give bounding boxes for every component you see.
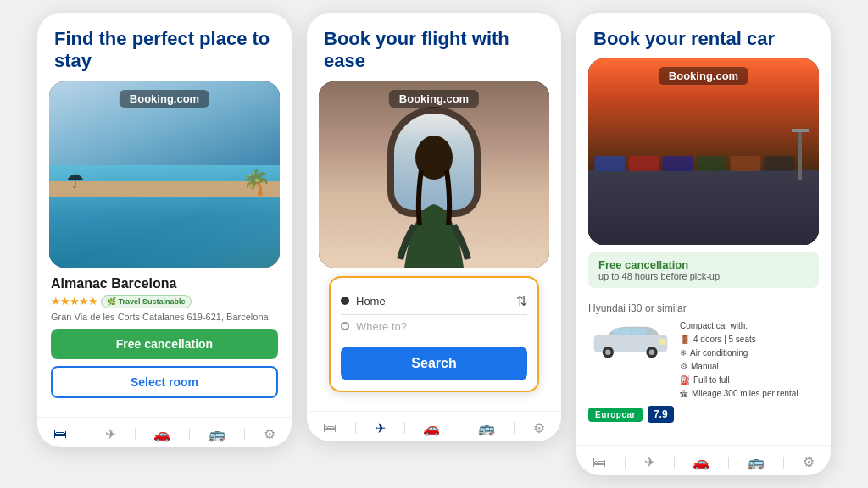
nav-flight-icon-2[interactable]: ✈ bbox=[375, 420, 386, 436]
svg-rect-13 bbox=[632, 329, 647, 336]
from-row: Home ⇅ bbox=[341, 288, 527, 315]
booking-logo-car: Booking.com bbox=[659, 67, 748, 85]
compact-label: Compact car with: bbox=[680, 319, 748, 333]
svg-rect-4 bbox=[696, 156, 726, 171]
nav-settings-icon[interactable]: ⚙ bbox=[264, 426, 275, 442]
car-footer: Europcar 7.9 bbox=[588, 406, 819, 423]
feature-fuel: ⛽ Full to full bbox=[680, 374, 819, 387]
star-rating: ★★★★★ bbox=[51, 295, 97, 308]
nav-flight-icon[interactable]: ✈ bbox=[105, 426, 116, 442]
nav-settings-icon-3[interactable]: ⚙ bbox=[803, 454, 815, 470]
flight-headline: Book your flight with ease bbox=[307, 13, 561, 81]
feature-ac: ❄ Air conditioning bbox=[680, 347, 819, 360]
car-card: Book your rental car Booking.com bbox=[576, 13, 831, 475]
hotel-bottom-nav: 🛏 ✈ 🚗 🚌 ⚙ bbox=[37, 417, 292, 447]
stars-row: ★★★★★ 🌿 Travel Sustainable bbox=[51, 295, 278, 308]
car-details-row: Compact car with: 🚪 4 doors | 5 seats ❄ … bbox=[588, 319, 819, 401]
booking-logo-hotel: Booking.com bbox=[120, 90, 209, 108]
palm-icon: 🌴 bbox=[242, 169, 271, 197]
svg-rect-6 bbox=[764, 156, 794, 171]
fuel-icon: ⛽ bbox=[680, 374, 690, 387]
gear-icon: ⚙ bbox=[680, 360, 687, 374]
hotel-address: Gran Via de les Corts Catalanes 619-621,… bbox=[51, 312, 278, 322]
car-image: Booking.com bbox=[588, 58, 819, 245]
swap-icon[interactable]: ⇅ bbox=[516, 293, 527, 309]
free-cancel-title: Free cancellation bbox=[598, 258, 809, 271]
car-illustration bbox=[588, 319, 673, 365]
feature-manual: ⚙ Manual bbox=[680, 360, 819, 374]
flight-bottom-nav: 🛏 ✈ 🚗 🚌 ⚙ bbox=[307, 411, 561, 441]
hotel-card: Find the perfect place to stay ☂ 🌴 Booki… bbox=[37, 13, 292, 447]
svg-rect-5 bbox=[730, 156, 760, 171]
nav-settings-icon-2[interactable]: ⚙ bbox=[533, 420, 545, 436]
nav-car-icon[interactable]: 🚗 bbox=[153, 426, 170, 442]
ac-icon: ❄ bbox=[680, 347, 687, 360]
umbrella-icon: ☂ bbox=[66, 169, 85, 193]
search-button[interactable]: Search bbox=[341, 347, 527, 380]
nav-flight-icon-3[interactable]: ✈ bbox=[644, 454, 655, 470]
nav-sep-2 bbox=[135, 428, 136, 440]
sustainable-badge: 🌿 Travel Sustainable bbox=[101, 295, 192, 308]
mileage-icon: 🛣 bbox=[680, 387, 688, 401]
from-dot-icon bbox=[341, 297, 349, 305]
hotel-name: Almanac Barcelona bbox=[51, 276, 278, 291]
nav-sep-4 bbox=[244, 428, 245, 440]
doors-icon: 🚪 bbox=[680, 333, 690, 347]
parked-cars bbox=[593, 149, 800, 175]
feature-mileage: 🛣 Mileage 300 miles per rental bbox=[680, 387, 819, 401]
feature-doors: 🚪 4 doors | 5 seats bbox=[680, 333, 819, 347]
svg-rect-14 bbox=[659, 339, 665, 345]
svg-point-11 bbox=[649, 350, 655, 356]
free-cancellation-button[interactable]: Free cancellation bbox=[51, 329, 278, 359]
car-headline: Book your rental car bbox=[576, 13, 831, 58]
flight-card: Book your flight with ease bbox=[307, 13, 561, 441]
hotel-headline: Find the perfect place to stay bbox=[37, 13, 292, 81]
nav-sep-3 bbox=[189, 428, 190, 440]
nav-sep-1 bbox=[86, 428, 86, 440]
select-room-button[interactable]: Select room bbox=[51, 366, 278, 398]
nav-hotel-icon-3[interactable]: 🛏 bbox=[593, 455, 606, 470]
nav-car-icon-3[interactable]: 🚗 bbox=[693, 454, 709, 470]
from-input[interactable]: Home bbox=[356, 295, 509, 308]
flight-search-box: Home ⇅ Where to? Search bbox=[329, 276, 539, 392]
nav-bus-icon-3[interactable]: 🚌 bbox=[748, 454, 765, 470]
car-model: Hyundai i30 or similar bbox=[588, 302, 819, 314]
svg-rect-12 bbox=[613, 329, 631, 336]
feature-compact: Compact car with: bbox=[680, 319, 819, 333]
to-row: Where to? bbox=[341, 315, 527, 338]
person-silhouette bbox=[379, 124, 489, 268]
hotel-image: ☂ 🌴 Booking.com bbox=[49, 81, 280, 268]
car-features-list: Compact car with: 🚪 4 doors | 5 seats ❄ … bbox=[680, 319, 819, 401]
svg-rect-3 bbox=[662, 156, 693, 171]
nav-bus-icon-2[interactable]: 🚌 bbox=[478, 420, 495, 436]
rating-badge: 7.9 bbox=[648, 406, 674, 423]
nav-hotel-icon-2[interactable]: 🛏 bbox=[323, 420, 337, 435]
europcar-badge: Europcar bbox=[588, 408, 643, 422]
car-lot bbox=[588, 170, 819, 245]
free-cancel-sub: up to 48 hours before pick-up bbox=[598, 271, 809, 281]
booking-logo-flight: Booking.com bbox=[389, 90, 479, 108]
app-container: Find the perfect place to stay ☂ 🌴 Booki… bbox=[22, 0, 846, 488]
nav-hotel-icon[interactable]: 🛏 bbox=[53, 426, 67, 441]
car-info-box: Hyundai i30 or similar bbox=[588, 295, 819, 430]
svg-rect-2 bbox=[628, 156, 659, 171]
to-dot-icon bbox=[341, 322, 349, 330]
flight-image: Booking.com bbox=[319, 81, 549, 268]
nav-bus-icon[interactable]: 🚌 bbox=[209, 426, 225, 442]
free-cancel-box: Free cancellation up to 48 hours before … bbox=[588, 252, 819, 288]
to-input[interactable]: Where to? bbox=[356, 320, 527, 333]
nav-car-icon-2[interactable]: 🚗 bbox=[423, 420, 440, 436]
car-bottom-nav: 🛏 ✈ 🚗 🚌 ⚙ bbox=[576, 445, 831, 475]
svg-point-9 bbox=[605, 350, 611, 356]
car-svg bbox=[588, 319, 673, 362]
svg-rect-1 bbox=[594, 156, 625, 171]
